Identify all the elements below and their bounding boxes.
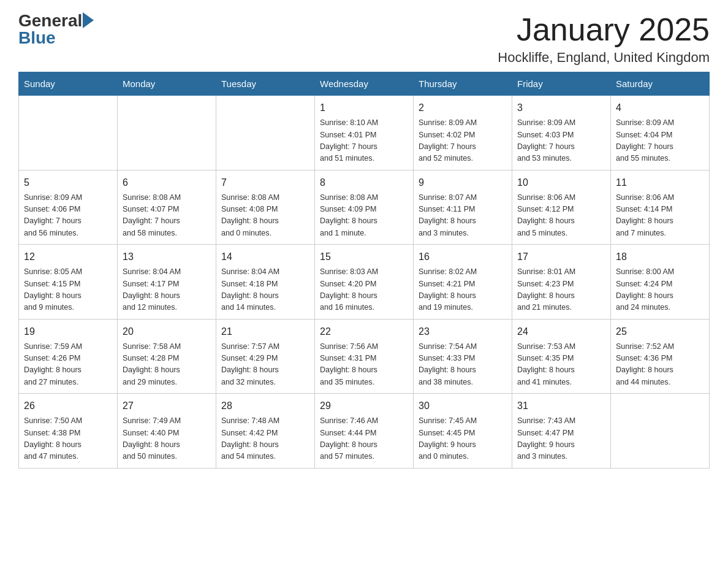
title-section: January 2025 Hockliffe, England, United … bbox=[498, 12, 710, 66]
day-number: 9 bbox=[419, 175, 507, 190]
day-info: Sunrise: 7:53 AM Sunset: 4:35 PM Dayligh… bbox=[517, 342, 575, 386]
calendar-cell: 6Sunrise: 8:08 AM Sunset: 4:07 PM Daylig… bbox=[118, 170, 216, 245]
calendar-cell: 12Sunrise: 8:05 AM Sunset: 4:15 PM Dayli… bbox=[19, 245, 118, 320]
week-row-2: 5Sunrise: 8:09 AM Sunset: 4:06 PM Daylig… bbox=[19, 170, 710, 245]
calendar-cell: 2Sunrise: 8:09 AM Sunset: 4:02 PM Daylig… bbox=[414, 96, 512, 170]
weekday-header-row: SundayMondayTuesdayWednesdayThursdayFrid… bbox=[19, 72, 710, 96]
calendar-cell: 27Sunrise: 7:49 AM Sunset: 4:40 PM Dayli… bbox=[118, 394, 216, 469]
day-info: Sunrise: 7:57 AM Sunset: 4:29 PM Dayligh… bbox=[221, 342, 279, 386]
calendar-cell bbox=[19, 96, 118, 170]
day-info: Sunrise: 8:08 AM Sunset: 4:08 PM Dayligh… bbox=[221, 193, 279, 237]
day-number: 26 bbox=[24, 399, 112, 413]
day-number: 12 bbox=[24, 250, 112, 264]
calendar-cell: 25Sunrise: 7:52 AM Sunset: 4:36 PM Dayli… bbox=[611, 319, 710, 394]
calendar-cell bbox=[118, 96, 216, 170]
calendar-table: SundayMondayTuesdayWednesdayThursdayFrid… bbox=[18, 72, 710, 469]
calendar-cell: 10Sunrise: 8:06 AM Sunset: 4:12 PM Dayli… bbox=[512, 170, 611, 245]
day-number: 27 bbox=[123, 399, 211, 413]
day-number: 28 bbox=[221, 399, 309, 413]
day-number: 11 bbox=[616, 175, 704, 190]
day-info: Sunrise: 8:09 AM Sunset: 4:02 PM Dayligh… bbox=[419, 118, 477, 163]
calendar-cell: 11Sunrise: 8:06 AM Sunset: 4:14 PM Dayli… bbox=[611, 170, 710, 245]
calendar-cell: 23Sunrise: 7:54 AM Sunset: 4:33 PM Dayli… bbox=[414, 319, 512, 394]
day-info: Sunrise: 8:00 AM Sunset: 4:24 PM Dayligh… bbox=[616, 267, 674, 312]
day-number: 21 bbox=[221, 324, 309, 339]
day-number: 4 bbox=[616, 101, 704, 115]
calendar-cell: 18Sunrise: 8:00 AM Sunset: 4:24 PM Dayli… bbox=[611, 245, 710, 320]
calendar-cell: 9Sunrise: 8:07 AM Sunset: 4:11 PM Daylig… bbox=[414, 170, 512, 245]
calendar-cell: 20Sunrise: 7:58 AM Sunset: 4:28 PM Dayli… bbox=[118, 319, 216, 394]
day-info: Sunrise: 8:09 AM Sunset: 4:04 PM Dayligh… bbox=[616, 118, 674, 163]
day-info: Sunrise: 7:52 AM Sunset: 4:36 PM Dayligh… bbox=[616, 342, 674, 386]
day-number: 8 bbox=[320, 175, 408, 190]
day-number: 30 bbox=[419, 399, 507, 413]
day-number: 20 bbox=[123, 324, 211, 339]
month-title: January 2025 bbox=[498, 12, 710, 47]
calendar-cell: 30Sunrise: 7:45 AM Sunset: 4:45 PM Dayli… bbox=[414, 394, 512, 469]
day-info: Sunrise: 8:03 AM Sunset: 4:20 PM Dayligh… bbox=[320, 267, 378, 312]
day-info: Sunrise: 8:08 AM Sunset: 4:07 PM Dayligh… bbox=[123, 193, 181, 237]
day-info: Sunrise: 8:08 AM Sunset: 4:09 PM Dayligh… bbox=[320, 193, 378, 237]
day-number: 13 bbox=[123, 250, 211, 264]
weekday-header-tuesday: Tuesday bbox=[216, 72, 315, 96]
calendar-cell: 7Sunrise: 8:08 AM Sunset: 4:08 PM Daylig… bbox=[216, 170, 315, 245]
day-number: 10 bbox=[517, 175, 605, 190]
logo: General Blue bbox=[18, 12, 94, 47]
location: Hockliffe, England, United Kingdom bbox=[498, 50, 710, 66]
day-info: Sunrise: 7:46 AM Sunset: 4:44 PM Dayligh… bbox=[320, 416, 378, 461]
day-info: Sunrise: 7:48 AM Sunset: 4:42 PM Dayligh… bbox=[221, 416, 279, 461]
calendar-cell: 26Sunrise: 7:50 AM Sunset: 4:38 PM Dayli… bbox=[19, 394, 118, 469]
day-number: 23 bbox=[419, 324, 507, 339]
day-number: 25 bbox=[616, 324, 704, 339]
week-row-1: 1Sunrise: 8:10 AM Sunset: 4:01 PM Daylig… bbox=[19, 96, 710, 170]
calendar-cell: 14Sunrise: 8:04 AM Sunset: 4:18 PM Dayli… bbox=[216, 245, 315, 320]
day-info: Sunrise: 8:01 AM Sunset: 4:23 PM Dayligh… bbox=[517, 267, 575, 312]
day-info: Sunrise: 8:10 AM Sunset: 4:01 PM Dayligh… bbox=[320, 118, 378, 163]
day-info: Sunrise: 7:43 AM Sunset: 4:47 PM Dayligh… bbox=[517, 416, 575, 461]
day-number: 1 bbox=[320, 101, 408, 115]
day-info: Sunrise: 8:09 AM Sunset: 4:03 PM Dayligh… bbox=[517, 118, 575, 163]
day-number: 5 bbox=[24, 175, 112, 190]
calendar-cell: 16Sunrise: 8:02 AM Sunset: 4:21 PM Dayli… bbox=[414, 245, 512, 320]
day-info: Sunrise: 8:09 AM Sunset: 4:06 PM Dayligh… bbox=[24, 193, 82, 237]
day-info: Sunrise: 7:59 AM Sunset: 4:26 PM Dayligh… bbox=[24, 342, 82, 386]
calendar-cell: 21Sunrise: 7:57 AM Sunset: 4:29 PM Dayli… bbox=[216, 319, 315, 394]
day-info: Sunrise: 7:45 AM Sunset: 4:45 PM Dayligh… bbox=[419, 416, 477, 461]
day-number: 31 bbox=[517, 399, 605, 413]
calendar-cell: 31Sunrise: 7:43 AM Sunset: 4:47 PM Dayli… bbox=[512, 394, 611, 469]
day-number: 29 bbox=[320, 399, 408, 413]
calendar-cell: 13Sunrise: 8:04 AM Sunset: 4:17 PM Dayli… bbox=[118, 245, 216, 320]
day-number: 19 bbox=[24, 324, 112, 339]
logo-triangle-icon bbox=[83, 12, 94, 28]
day-number: 15 bbox=[320, 250, 408, 264]
day-info: Sunrise: 8:04 AM Sunset: 4:18 PM Dayligh… bbox=[221, 267, 279, 312]
day-info: Sunrise: 8:07 AM Sunset: 4:11 PM Dayligh… bbox=[419, 193, 477, 237]
day-info: Sunrise: 8:05 AM Sunset: 4:15 PM Dayligh… bbox=[24, 267, 82, 312]
day-number: 7 bbox=[221, 175, 309, 190]
calendar-cell bbox=[216, 96, 315, 170]
day-number: 3 bbox=[517, 101, 605, 115]
weekday-header-saturday: Saturday bbox=[611, 72, 710, 96]
day-number: 6 bbox=[123, 175, 211, 190]
day-info: Sunrise: 7:50 AM Sunset: 4:38 PM Dayligh… bbox=[24, 416, 82, 461]
week-row-5: 26Sunrise: 7:50 AM Sunset: 4:38 PM Dayli… bbox=[19, 394, 710, 469]
calendar-cell: 19Sunrise: 7:59 AM Sunset: 4:26 PM Dayli… bbox=[19, 319, 118, 394]
logo-blue: Blue bbox=[18, 29, 56, 47]
calendar-cell: 5Sunrise: 8:09 AM Sunset: 4:06 PM Daylig… bbox=[19, 170, 118, 245]
calendar-cell: 3Sunrise: 8:09 AM Sunset: 4:03 PM Daylig… bbox=[512, 96, 611, 170]
day-info: Sunrise: 7:54 AM Sunset: 4:33 PM Dayligh… bbox=[419, 342, 477, 386]
calendar-cell bbox=[611, 394, 710, 469]
day-info: Sunrise: 8:06 AM Sunset: 4:12 PM Dayligh… bbox=[517, 193, 575, 237]
weekday-header-friday: Friday bbox=[512, 72, 611, 96]
calendar-cell: 22Sunrise: 7:56 AM Sunset: 4:31 PM Dayli… bbox=[315, 319, 414, 394]
day-info: Sunrise: 7:56 AM Sunset: 4:31 PM Dayligh… bbox=[320, 342, 378, 386]
day-info: Sunrise: 7:58 AM Sunset: 4:28 PM Dayligh… bbox=[123, 342, 181, 386]
calendar-cell: 8Sunrise: 8:08 AM Sunset: 4:09 PM Daylig… bbox=[315, 170, 414, 245]
week-row-3: 12Sunrise: 8:05 AM Sunset: 4:15 PM Dayli… bbox=[19, 245, 710, 320]
day-info: Sunrise: 8:04 AM Sunset: 4:17 PM Dayligh… bbox=[123, 267, 181, 312]
day-number: 24 bbox=[517, 324, 605, 339]
page-header: General Blue January 2025 Hockliffe, Eng… bbox=[18, 12, 710, 66]
calendar-cell: 4Sunrise: 8:09 AM Sunset: 4:04 PM Daylig… bbox=[611, 96, 710, 170]
weekday-header-sunday: Sunday bbox=[19, 72, 118, 96]
day-number: 16 bbox=[419, 250, 507, 264]
